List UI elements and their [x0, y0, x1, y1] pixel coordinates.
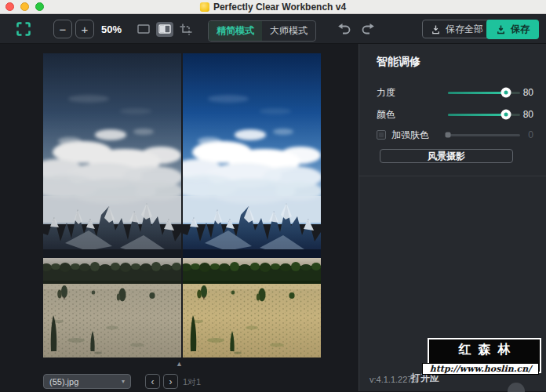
image-canvas: ▲ (55).jpg ▾ ‹ › 1对1 — [0, 44, 359, 391]
help-bubble-icon[interactable] — [508, 383, 525, 392]
chevron-down-icon: ▾ — [122, 378, 125, 385]
color-value: 80 — [520, 109, 533, 120]
version-label: v:4.1.1.2279 — [369, 375, 417, 384]
slider-fill — [448, 92, 506, 94]
strength-value: 80 — [520, 87, 533, 98]
slider-thumb[interactable] — [500, 110, 511, 120]
tab-master-mode[interactable]: 大师模式 — [262, 21, 315, 41]
watermark-box: 红森林 http://www.hoslin.cn/ — [428, 338, 541, 373]
skin-tone-row: 加强肤色 0 — [359, 125, 546, 144]
section-divider — [359, 176, 546, 176]
zoom-in-button[interactable]: + — [75, 20, 94, 38]
color-slider[interactable] — [448, 114, 520, 116]
toolbar: − + 50% 精简模式 大师模式 — [0, 14, 546, 44]
crop-icon[interactable] — [177, 22, 195, 37]
strength-slider[interactable] — [448, 92, 520, 94]
single-view-icon[interactable] — [135, 22, 152, 37]
app-window: Perfectly Clear Workbench v4 − + 50% — [0, 0, 546, 392]
minimize-window-button[interactable] — [20, 2, 29, 11]
skin-tone-checkbox[interactable] — [377, 130, 386, 140]
fullscreen-window-button[interactable] — [35, 2, 44, 11]
slider-thumb[interactable] — [500, 88, 511, 98]
save-all-label: 保存全部 — [446, 23, 483, 36]
undo-icon[interactable] — [336, 22, 351, 36]
current-file-name: (55).jpg — [49, 377, 78, 387]
save-label: 保存 — [511, 23, 530, 36]
zoom-out-button[interactable]: − — [53, 20, 72, 38]
skin-tone-slider — [448, 134, 520, 136]
mode-segmented-control: 精简模式 大师模式 — [208, 20, 316, 42]
slider-thumb — [446, 132, 451, 138]
close-window-button[interactable] — [5, 2, 14, 11]
download-icon — [496, 24, 506, 34]
watermark-url: http://www.hoslin.cn/ — [422, 363, 539, 375]
previous-image-button[interactable]: ‹ — [145, 374, 160, 389]
download-icon — [431, 24, 441, 34]
skin-tone-value: 0 — [520, 129, 533, 140]
zoom-level-value: 50% — [101, 24, 122, 35]
tab-simple-mode[interactable]: 精简模式 — [209, 21, 262, 41]
before-image-panel[interactable] — [43, 53, 181, 358]
app-dock-icon — [200, 2, 209, 12]
landscape-preset-button[interactable]: 风景摄影 — [380, 149, 513, 163]
watermark-name: 红森林 — [429, 342, 540, 358]
file-select-dropdown[interactable]: (55).jpg ▾ — [43, 374, 131, 389]
save-all-button[interactable]: 保存全部 — [422, 20, 492, 38]
redo-icon[interactable] — [361, 22, 377, 36]
after-image-panel[interactable] — [183, 53, 321, 358]
skin-tone-label: 加强肤色 — [391, 129, 448, 142]
window-title: Perfectly Clear Workbench v4 — [213, 2, 346, 13]
split-view-icon[interactable] — [156, 22, 173, 37]
next-image-button[interactable]: › — [163, 374, 178, 389]
compare-ratio-label: 1对1 — [183, 376, 201, 388]
panel-title: 智能调修 — [377, 55, 546, 69]
filmstrip-reveal-icon[interactable]: ▲ — [176, 360, 183, 368]
strength-label: 力度 — [377, 86, 448, 100]
slider-fill — [448, 114, 506, 116]
app-logo-viewfinder-icon — [15, 20, 32, 38]
strength-slider-row: 力度 80 — [359, 82, 546, 103]
save-button[interactable]: 保存 — [486, 20, 539, 39]
titlebar: Perfectly Clear Workbench v4 — [0, 0, 546, 14]
color-slider-row: 颜色 80 — [359, 103, 546, 125]
color-label: 颜色 — [377, 108, 448, 122]
